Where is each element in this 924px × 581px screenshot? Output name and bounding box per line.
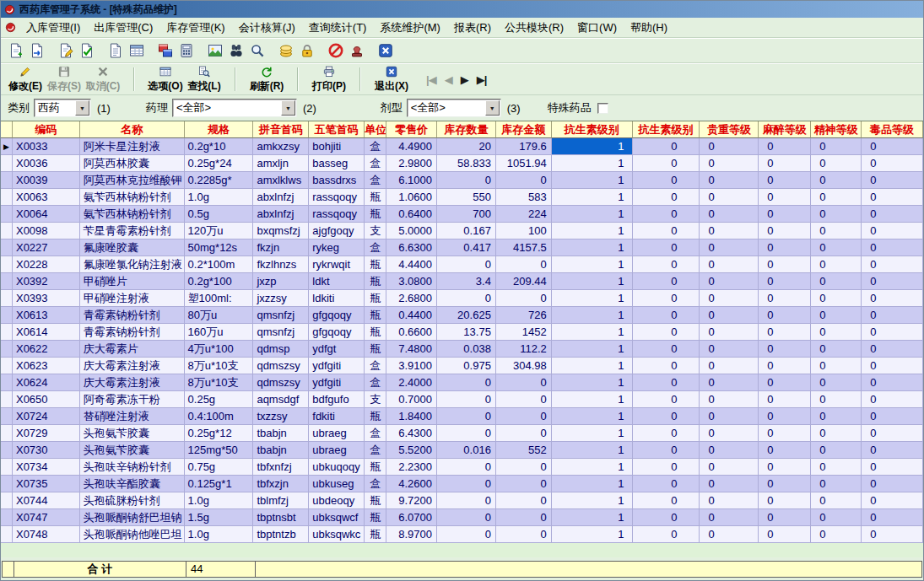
edit-doc-icon[interactable] — [55, 40, 76, 61]
cell-stock-amount[interactable]: 179.6 — [496, 138, 552, 155]
cell-antibiotic-level[interactable]: 1 — [552, 459, 633, 476]
row-indicator[interactable] — [1, 492, 13, 509]
cell-wubi-code[interactable]: ubdeoqy — [309, 492, 365, 509]
cell-toxic-level[interactable]: 0 — [862, 509, 923, 526]
cell-psychotropic-level[interactable]: 0 — [811, 256, 862, 273]
cell-wubi-code[interactable]: gfgqoqy — [309, 324, 365, 341]
cell-antibiotic-level[interactable]: 1 — [552, 189, 633, 206]
cell-retail-price[interactable]: 1.8400 — [386, 408, 437, 425]
cell-psychotropic-level[interactable]: 0 — [811, 189, 862, 206]
audit-check-icon[interactable] — [76, 40, 97, 61]
cell-spec[interactable]: 8万u*10支 — [185, 374, 254, 391]
row-indicator[interactable] — [1, 223, 13, 239]
cell-antibiotic-level-2[interactable]: 0 — [633, 273, 700, 290]
cell-pinyin-code[interactable]: jxzp — [253, 273, 309, 290]
cell-antibiotic-level[interactable]: 1 — [552, 307, 633, 324]
cell-wubi-code[interactable]: ubraeg — [309, 442, 365, 459]
cell-antibiotic-level-2[interactable]: 0 — [633, 492, 700, 509]
row-indicator[interactable] — [1, 189, 13, 206]
cell-spec[interactable]: 1.5g — [185, 509, 254, 526]
cell-stock-amount[interactable]: 0 — [496, 476, 552, 492]
cell-narcotic-level[interactable]: 0 — [759, 324, 811, 341]
cell-narcotic-level[interactable]: 0 — [759, 273, 811, 290]
cell-name[interactable]: 苄星青霉素粉针剂 — [80, 223, 185, 239]
cell-pinyin-code[interactable]: abxlnfzj — [253, 206, 309, 223]
cell-toxic-level[interactable]: 0 — [862, 324, 923, 341]
exit-button[interactable]: 退出(X) — [372, 64, 411, 94]
cell-name[interactable]: 阿莫西林克拉维酸钾 — [80, 172, 185, 189]
cell-antibiotic-level[interactable]: 1 — [552, 273, 633, 290]
view-doc-icon[interactable] — [105, 40, 126, 61]
cell-pinyin-code[interactable]: bxqmsfzj — [253, 223, 309, 239]
cell-valuable-level[interactable]: 0 — [700, 391, 759, 408]
cell-valuable-level[interactable]: 0 — [700, 374, 759, 391]
cell-pinyin-code[interactable]: tbfxzjn — [253, 476, 309, 492]
cell-name[interactable]: 阿奇霉素冻干粉 — [80, 391, 185, 408]
row-indicator[interactable] — [1, 476, 13, 492]
cell-antibiotic-level[interactable]: 1 — [552, 223, 633, 239]
cell-code[interactable]: X0033 — [13, 138, 80, 155]
cell-spec[interactable]: 0.25g — [185, 391, 254, 408]
cell-narcotic-level[interactable]: 0 — [759, 256, 811, 273]
cell-spec[interactable]: 1.0g — [185, 492, 254, 509]
cell-toxic-level[interactable]: 0 — [862, 408, 923, 425]
cell-antibiotic-level-2[interactable]: 0 — [633, 374, 700, 391]
cell-retail-price[interactable]: 0.4400 — [386, 307, 437, 324]
cell-psychotropic-level[interactable]: 0 — [811, 206, 862, 223]
cell-spec[interactable]: 125mg*50 — [185, 442, 254, 459]
cell-stock-amount[interactable]: 0 — [496, 408, 552, 425]
cell-unit[interactable]: 瓶 — [365, 459, 386, 476]
cell-valuable-level[interactable]: 0 — [700, 526, 759, 543]
cell-pinyin-code[interactable]: amxlklws — [253, 172, 309, 189]
cell-stock-qty[interactable]: 58.833 — [437, 155, 496, 172]
cell-stock-qty[interactable]: 0 — [437, 526, 496, 543]
cell-spec[interactable]: 塑100ml: — [185, 290, 254, 307]
modify-button[interactable]: 修改(E) — [6, 64, 45, 94]
cell-spec[interactable]: 80万u — [185, 307, 254, 324]
cell-pinyin-code[interactable]: amkxzsy — [253, 138, 309, 155]
cell-code[interactable]: X0098 — [13, 223, 80, 239]
cell-narcotic-level[interactable]: 0 — [759, 341, 811, 358]
new-doc-icon[interactable] — [5, 40, 26, 61]
cell-narcotic-level[interactable]: 0 — [759, 155, 811, 172]
cell-code[interactable]: X0724 — [13, 408, 80, 425]
cell-narcotic-level[interactable]: 0 — [759, 526, 811, 543]
cell-toxic-level[interactable]: 0 — [862, 172, 923, 189]
cell-antibiotic-level-2[interactable]: 0 — [633, 256, 700, 273]
row-indicator[interactable] — [1, 206, 13, 223]
cell-stock-qty[interactable]: 700 — [437, 206, 496, 223]
cell-toxic-level[interactable]: 0 — [862, 341, 923, 358]
cell-name[interactable]: 青霉素钠粉针剂 — [80, 307, 185, 324]
money-icon[interactable] — [275, 40, 296, 61]
cell-code[interactable]: X0735 — [13, 476, 80, 492]
menu-item-reports[interactable]: 报表(R) — [447, 18, 498, 38]
cell-name[interactable]: 头孢呋辛酯胶囊 — [80, 476, 185, 492]
cell-antibiotic-level[interactable]: 1 — [552, 138, 633, 155]
cell-unit[interactable]: 瓶 — [365, 408, 386, 425]
cell-spec[interactable]: 160万u — [185, 324, 254, 341]
col-header-spec[interactable]: 规格 — [185, 121, 254, 138]
cell-retail-price[interactable]: 0.7000 — [386, 391, 437, 408]
row-indicator[interactable] — [1, 273, 13, 290]
cell-stock-qty[interactable]: 20 — [437, 138, 496, 155]
cell-pinyin-code[interactable]: qdmszsy — [253, 374, 309, 391]
cell-stock-amount[interactable]: 100 — [496, 223, 552, 239]
cell-spec[interactable]: 0.2*100m — [185, 256, 254, 273]
cell-spec[interactable]: 1.0g — [185, 526, 254, 543]
cell-psychotropic-level[interactable]: 0 — [811, 425, 862, 442]
table-icon[interactable] — [126, 40, 147, 61]
cell-wubi-code[interactable]: rykrwqit — [309, 256, 365, 273]
cell-stock-qty[interactable]: 0 — [437, 290, 496, 307]
cell-antibiotic-level-2[interactable]: 0 — [633, 408, 700, 425]
cell-name[interactable]: 头孢氨苄胶囊 — [80, 442, 185, 459]
cell-code[interactable]: X0614 — [13, 324, 80, 341]
cell-name[interactable]: 阿米卡星注射液 — [80, 138, 185, 155]
row-indicator[interactable] — [1, 239, 13, 256]
cell-toxic-level[interactable]: 0 — [862, 138, 923, 155]
cell-name[interactable]: 庆大霉素注射液 — [80, 358, 185, 374]
cell-antibiotic-level-2[interactable]: 0 — [633, 425, 700, 442]
cell-psychotropic-level[interactable]: 0 — [811, 341, 862, 358]
cell-psychotropic-level[interactable]: 0 — [811, 290, 862, 307]
cell-antibiotic-level[interactable]: 1 — [552, 358, 633, 374]
cell-toxic-level[interactable]: 0 — [862, 273, 923, 290]
